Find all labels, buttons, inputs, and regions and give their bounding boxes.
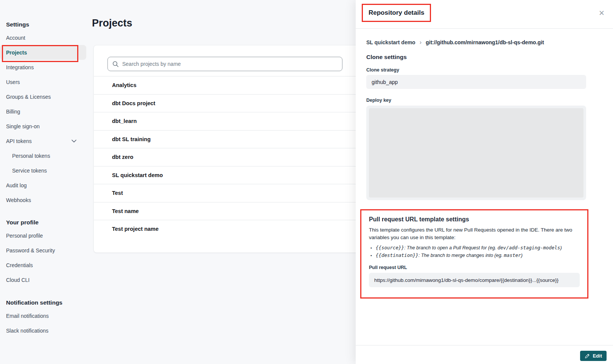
sidebar-item-single-sign-on[interactable]: Single sign-on xyxy=(0,119,86,134)
project-row-dbt-zero[interactable]: dbt zero xyxy=(94,148,363,166)
repository-details-panel: Repository details ✕ SL quickstart demo … xyxy=(356,0,613,364)
pull-request-url-template-section: Pull request URL template settings This … xyxy=(360,209,588,299)
sidebar-section-notification-settings: Notification settings xyxy=(0,297,91,308)
sidebar-item-cloud-cli[interactable]: Cloud CLI xyxy=(0,272,86,287)
pull-request-url-value: https://github.com/mirnawong1/db-sl-qs-d… xyxy=(369,273,580,287)
bullet-dot-icon xyxy=(370,252,376,259)
breadcrumb-chevron-icon: › xyxy=(420,39,422,46)
clone-settings-heading: Clone settings xyxy=(366,54,586,61)
sidebar-section-your-profile: Your profile xyxy=(0,217,91,228)
sidebar-item-billing[interactable]: Billing xyxy=(0,104,86,119)
chevron-down-icon xyxy=(72,140,76,143)
sidebar-section-settings: Settings xyxy=(0,19,91,30)
breadcrumb-project[interactable]: SL quickstart demo xyxy=(366,39,415,45)
sidebar-item-password-security[interactable]: Password & Security xyxy=(0,243,86,258)
project-row-dbt-learn[interactable]: dbt_learn xyxy=(94,112,363,130)
project-row-test[interactable]: Test xyxy=(94,184,363,202)
project-list: Analytics dbt Docs project dbt_learn dbt… xyxy=(94,76,363,238)
deploy-key-label: Deploy key xyxy=(366,98,586,103)
sidebar-item-projects[interactable]: Projects xyxy=(0,45,86,60)
settings-sidebar: Settings Account Projects Integrations U… xyxy=(0,0,91,364)
project-row-test-project-name[interactable]: Test project name xyxy=(94,220,363,238)
sidebar-item-users[interactable]: Users xyxy=(0,75,86,89)
sidebar-item-audit-log[interactable]: Audit log xyxy=(0,178,86,193)
project-row-sl-quickstart-demo[interactable]: SL quickstart demo xyxy=(94,166,363,184)
example-source-branch: dev/add-staging-models xyxy=(498,245,560,250)
panel-title: Repository details xyxy=(369,9,424,17)
list-item: {{source}}: The branch to open a Pull Re… xyxy=(369,244,580,252)
sidebar-item-personal-tokens[interactable]: Personal tokens xyxy=(0,148,86,163)
sidebar-item-account[interactable]: Account xyxy=(0,30,86,45)
project-row-test-name[interactable]: Test name xyxy=(94,202,363,220)
clone-strategy-value: github_app xyxy=(366,75,586,89)
project-row-analytics[interactable]: Analytics xyxy=(94,76,363,94)
sidebar-item-slack-notifications[interactable]: Slack notifications xyxy=(0,323,86,338)
sidebar-item-service-tokens[interactable]: Service tokens xyxy=(0,163,86,178)
sidebar-item-personal-profile[interactable]: Personal profile xyxy=(0,228,86,243)
breadcrumb: SL quickstart demo › git://github.com/mi… xyxy=(366,39,586,46)
sidebar-item-email-notifications[interactable]: Email notifications xyxy=(0,308,86,323)
bullet-dot-icon xyxy=(370,244,376,252)
project-row-dbt-docs-project[interactable]: dbt Docs project xyxy=(94,94,363,112)
sidebar-item-api-tokens[interactable]: API tokens xyxy=(0,134,86,148)
deploy-key-box xyxy=(366,106,586,200)
pull-request-url-label: Pull request URL xyxy=(369,265,580,270)
sidebar-item-credentials[interactable]: Credentials xyxy=(0,258,86,272)
search-icon xyxy=(112,61,119,69)
pr-template-variables: {{source}}: The branch to open a Pull Re… xyxy=(369,244,580,260)
panel-header: Repository details ✕ xyxy=(356,0,613,29)
projects-card: Analytics dbt Docs project dbt_learn dbt… xyxy=(93,45,363,253)
search-projects-input[interactable] xyxy=(107,57,342,71)
sidebar-item-groups-licenses[interactable]: Groups & Licenses xyxy=(0,89,86,104)
edit-button[interactable]: Edit xyxy=(580,351,607,361)
page-title: Projects xyxy=(92,17,132,29)
list-item: {{destination}}: The branch to merge cha… xyxy=(369,252,580,259)
project-row-dbt-sl-training[interactable]: dbt SL training xyxy=(94,130,363,148)
clone-strategy-label: Clone strategy xyxy=(366,67,586,73)
sidebar-item-integrations[interactable]: Integrations xyxy=(0,60,86,75)
variable-source: {{source}} xyxy=(376,245,404,250)
sidebar-item-webhooks[interactable]: Webhooks xyxy=(0,193,86,207)
close-icon[interactable]: ✕ xyxy=(599,9,605,17)
panel-footer: Edit xyxy=(356,345,613,364)
pr-template-description: This template configures the URL for new… xyxy=(369,226,580,242)
pr-template-heading: Pull request URL template settings xyxy=(369,216,580,223)
pencil-icon xyxy=(585,353,590,359)
example-destination-branch: master xyxy=(504,252,521,258)
annotation-box-repository-details: Repository details xyxy=(362,4,431,22)
panel-body: SL quickstart demo › git://github.com/mi… xyxy=(356,29,613,345)
variable-destination: {{destination}} xyxy=(376,252,419,258)
breadcrumb-repo-url: git://github.com/mirnawong1/db-sl-qs-dem… xyxy=(426,39,544,45)
deploy-key-redacted-value xyxy=(369,108,583,198)
